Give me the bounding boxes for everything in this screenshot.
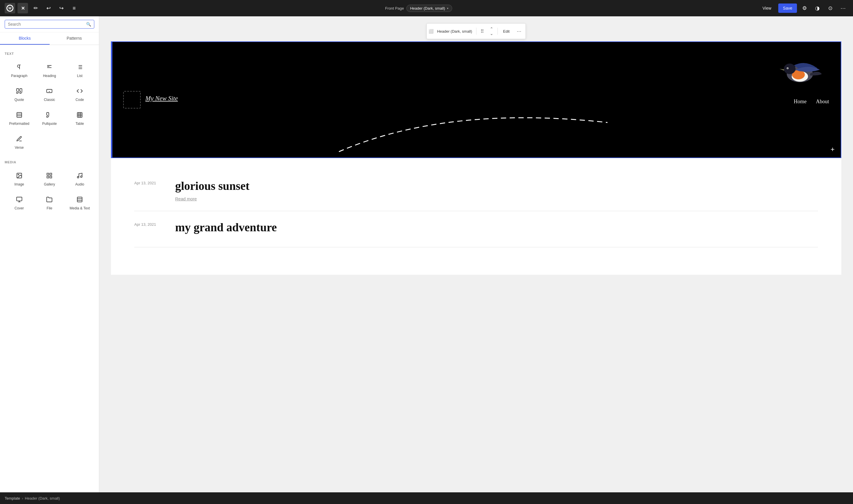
contrast-button[interactable]: ◑: [812, 3, 823, 14]
bottom-template-link[interactable]: Template: [5, 496, 20, 501]
block-item-code[interactable]: Code: [65, 83, 94, 106]
tab-patterns[interactable]: Patterns: [50, 32, 99, 44]
block-item-gallery[interactable]: Gallery: [35, 167, 64, 190]
edit-button[interactable]: Edit: [500, 28, 513, 35]
save-button[interactable]: Save: [778, 3, 797, 13]
undo-button[interactable]: ↩: [43, 3, 54, 14]
post-content: my grand adventure: [175, 220, 818, 238]
verse-label: Verse: [15, 146, 24, 150]
move-block-button[interactable]: ⠿: [478, 27, 486, 36]
wp-logo-button[interactable]: W: [5, 3, 15, 14]
more-options-button[interactable]: ⋯: [838, 3, 848, 14]
preformatted-label: Preformatted: [9, 122, 29, 126]
site-title[interactable]: My New Site: [145, 94, 178, 102]
file-label: File: [47, 206, 52, 210]
block-toolbar: ⬜ Header (Dark, small) ⠿ ⌃⌄ Edit ⋯: [426, 23, 525, 39]
block-item-paragraph[interactable]: Paragraph: [5, 59, 34, 82]
paragraph-icon: [16, 64, 22, 71]
block-item-heading[interactable]: Heading: [35, 59, 64, 82]
image-icon: [16, 173, 22, 180]
tab-blocks[interactable]: Blocks: [0, 32, 50, 44]
list-icon: [76, 64, 83, 71]
block-item-pullquote[interactable]: Pullquote: [35, 107, 64, 129]
search-input[interactable]: [8, 22, 84, 26]
post-date: Apr 13, 2021: [134, 220, 163, 238]
redo-button[interactable]: ↪: [56, 3, 67, 14]
top-toolbar: W ✕ ✏ ↩ ↪ ≡ Front Page Header (Dark, sma…: [0, 0, 853, 16]
site-logo-area: My New Site: [123, 91, 178, 108]
block-more-button[interactable]: ⋯: [515, 27, 524, 36]
toolbar-left: W ✕ ✏ ↩ ↪ ≡: [5, 3, 80, 14]
post-date: Apr 13, 2021: [134, 179, 163, 201]
block-item-image[interactable]: Image: [5, 167, 34, 190]
media-blocks-grid: Image Gallery Audio Cover File Media & T…: [5, 167, 94, 214]
svg-point-28: [77, 177, 79, 178]
block-item-file[interactable]: File: [35, 191, 64, 214]
breadcrumb-separator: ›: [22, 496, 23, 501]
bottom-bar: Template › Header (Dark, small): [0, 492, 853, 504]
pullquote-icon: [46, 112, 53, 119]
image-label: Image: [14, 182, 24, 186]
nav-about-link[interactable]: About: [816, 98, 829, 105]
move-icon: ⠿: [481, 29, 484, 34]
svg-rect-24: [47, 173, 49, 175]
block-item-classic[interactable]: Classic: [35, 83, 64, 106]
settings-icon: ⚙: [802, 5, 807, 11]
bottom-breadcrumb: Template › Header (Dark, small): [5, 496, 60, 501]
bottom-current-label: Header (Dark, small): [25, 496, 60, 501]
toolbar-divider-2: [498, 28, 498, 35]
chevron-down-icon: ▾: [447, 7, 448, 10]
post-item: Apr 13, 2021 glorious sunset Read more: [134, 170, 818, 211]
block-item-table[interactable]: Table: [65, 107, 94, 129]
read-more-link[interactable]: Read more: [175, 196, 197, 201]
svg-rect-30: [17, 197, 22, 201]
block-toolbar-name: Header (Dark, small): [435, 28, 474, 35]
breadcrumb-center: Front Page Header (Dark, small) ▾: [385, 5, 452, 12]
arrows-icon: ⌃⌄: [490, 26, 493, 36]
svg-rect-6: [47, 90, 52, 93]
view-button[interactable]: View: [758, 3, 776, 13]
add-block-button[interactable]: +: [828, 145, 837, 154]
contrast-icon: ◑: [815, 5, 820, 11]
file-icon: [46, 196, 53, 204]
post-item: Apr 13, 2021 my grand adventure: [134, 211, 818, 247]
gallery-label: Gallery: [44, 182, 55, 186]
svg-point-29: [81, 176, 82, 178]
clock-button[interactable]: ⊙: [825, 3, 835, 14]
bird-svg: [777, 54, 823, 89]
svg-rect-14: [17, 112, 22, 118]
site-logo-placeholder: [123, 91, 141, 108]
svg-rect-26: [50, 176, 52, 178]
block-item-list[interactable]: List: [65, 59, 94, 82]
block-item-verse[interactable]: Verse: [5, 131, 34, 154]
code-icon: [76, 88, 83, 95]
sidebar: 🔍 Blocks Patterns TEXT Paragraph Heading…: [0, 16, 99, 492]
verse-icon: [16, 136, 22, 143]
close-icon: ✕: [21, 5, 25, 11]
site-navigation: Home About: [794, 98, 829, 105]
nav-home-link[interactable]: Home: [794, 98, 806, 105]
clock-icon: ⊙: [828, 5, 833, 11]
block-item-media-text[interactable]: Media & Text: [65, 191, 94, 214]
more-icon: ⋯: [840, 5, 846, 11]
block-item-preformatted[interactable]: Preformatted: [5, 107, 34, 129]
edit-mode-button[interactable]: ✏: [30, 3, 41, 14]
block-item-quote[interactable]: Quote: [5, 83, 34, 106]
media-section-label: MEDIA: [5, 160, 94, 164]
search-input-wrap: 🔍: [5, 20, 94, 29]
block-arrows-button[interactable]: ⌃⌄: [488, 25, 496, 38]
cover-label: Cover: [15, 206, 24, 210]
dashed-arc-decoration: [111, 99, 841, 158]
site-header: My New Site Home About: [111, 41, 841, 158]
audio-icon: [76, 173, 83, 180]
header-template-pill[interactable]: Header (Dark, small) ▾: [406, 5, 452, 12]
block-item-cover[interactable]: Cover: [5, 191, 34, 214]
close-button[interactable]: ✕: [18, 3, 28, 14]
redo-icon: ↪: [59, 5, 64, 11]
sidebar-search-area: 🔍: [0, 16, 99, 32]
list-view-button[interactable]: ≡: [69, 3, 80, 14]
settings-button[interactable]: ⚙: [799, 3, 810, 14]
block-item-audio[interactable]: Audio: [65, 167, 94, 190]
search-icon: 🔍: [86, 22, 91, 26]
heading-icon: [46, 64, 53, 71]
